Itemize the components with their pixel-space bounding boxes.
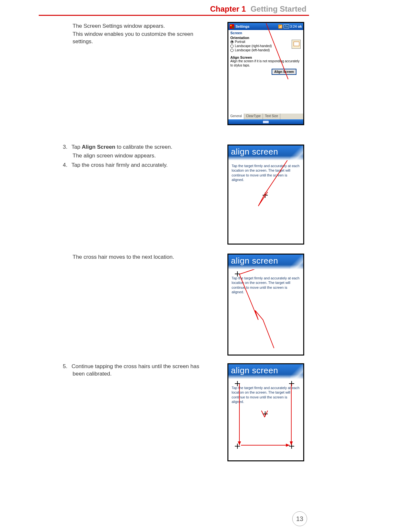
- radio-icon: [230, 45, 234, 48]
- align-instructions: Tap the target firmly and accurately at …: [232, 164, 300, 182]
- align-header: align screen: [228, 255, 303, 269]
- step-3-bold: Align Screen: [82, 144, 115, 150]
- align-section: Align Screen Align the screen if it is n…: [228, 55, 303, 75]
- orientation-section: Orientation Portrait Landscape (right-ha…: [228, 35, 303, 53]
- radio-landscape-left[interactable]: Landscape (left-handed): [230, 48, 301, 52]
- header-rule: [39, 15, 309, 16]
- bottom-bar: [228, 119, 303, 124]
- align-screenshot-1: align screen Tap the target firmly and a…: [227, 145, 304, 245]
- align-screenshot-2: align screen Tap the target firmly and a…: [227, 254, 304, 356]
- chapter-title: Getting Started: [251, 5, 306, 13]
- radio-icon: [230, 49, 234, 52]
- crosshair-icon[interactable]: [263, 411, 268, 417]
- mid-line: The cross hair moves to the next locatio…: [73, 254, 211, 261]
- settings-titlebar: Settings 📶 Fn 3:24 ok: [228, 23, 303, 30]
- signal-icon: 📶: [278, 25, 283, 29]
- chapter-number: Chapter 1: [210, 5, 246, 13]
- crosshair-icon[interactable]: [289, 381, 294, 386]
- fn-indicator: Fn: [284, 25, 289, 28]
- step-3-number: 3.: [61, 144, 70, 151]
- page-number: 13: [292, 511, 307, 526]
- steps-3-4: 3. Tap Align Screen to calibrate the scr…: [73, 144, 211, 170]
- align-instructions: Tap the target firmly and accurately at …: [232, 276, 300, 294]
- intro-line1: The Screen Settings window appears.: [73, 23, 211, 30]
- tab-textsize[interactable]: Text Size: [263, 114, 280, 119]
- radio-portrait-label: Portrait: [235, 40, 245, 44]
- mid-text: The cross hair moves to the next locatio…: [73, 254, 211, 262]
- orientation-label: Orientation: [230, 36, 301, 40]
- tab-cleartype[interactable]: ClearType: [244, 114, 263, 119]
- crosshair-icon[interactable]: [235, 381, 240, 386]
- align-header: align screen: [228, 146, 303, 160]
- screen-subhead: Screen: [228, 30, 303, 35]
- align-header: align screen: [228, 364, 303, 379]
- step-4: 4. Tap the cross hair firmly and accurat…: [73, 162, 211, 169]
- crosshair-icon[interactable]: [235, 271, 240, 276]
- radio-landscape-right[interactable]: Landscape (right-handed): [230, 44, 301, 48]
- settings-title: Settings: [235, 25, 249, 28]
- align-label: Align Screen: [230, 55, 301, 59]
- step-3-sub: The align screen window appears.: [73, 152, 211, 160]
- crosshair-icon[interactable]: [263, 193, 268, 198]
- settings-screenshot: Settings 📶 Fn 3:24 ok Screen Orientation…: [227, 22, 304, 125]
- step-5: 5. Continue tapping the cross hairs unti…: [73, 363, 211, 378]
- step-5-text: Continue tapping the cross hairs until t…: [72, 363, 199, 377]
- step-3: 3. Tap Align Screen to calibrate the scr…: [73, 144, 211, 151]
- settings-tabs: General ClearType Text Size: [228, 114, 303, 119]
- intro-line2: This window enables you to customize the…: [73, 31, 211, 45]
- step-3-text-a: Tap: [71, 144, 82, 150]
- step-3-text-b: to calibrate the screen.: [115, 144, 172, 150]
- step-4-text: Tap the cross hair firmly and accurately…: [71, 162, 167, 168]
- align-body: Tap the target firmly and accurately at …: [228, 379, 303, 460]
- chapter-header: Chapter 1 Getting Started: [210, 5, 306, 14]
- crosshair-icon[interactable]: [289, 444, 294, 449]
- tab-general[interactable]: General: [228, 114, 244, 119]
- radio-landscape-left-label: Landscape (left-handed): [235, 48, 270, 52]
- align-screenshot-3: align screen Tap the target firmly and a…: [227, 363, 304, 461]
- orientation-preview-icon: [292, 40, 301, 49]
- align-body: Tap the target firmly and accurately at …: [228, 269, 303, 355]
- radio-icon: [230, 40, 234, 44]
- start-flag-icon: [230, 24, 234, 29]
- radio-portrait[interactable]: Portrait: [230, 40, 301, 44]
- step-5-block: 5. Continue tapping the cross hairs unti…: [73, 363, 211, 378]
- crosshair-icon[interactable]: [235, 444, 240, 449]
- clock: 3:24: [290, 25, 297, 28]
- step-4-number: 4.: [61, 162, 70, 169]
- align-screen-button[interactable]: Align Screen: [272, 69, 296, 75]
- radio-landscape-right-label: Landscape (right-handed): [235, 44, 272, 48]
- step-5-number: 5.: [61, 363, 70, 370]
- intro-text: The Screen Settings window appears. This…: [73, 23, 211, 46]
- ok-button[interactable]: ok: [298, 25, 302, 28]
- keyboard-icon[interactable]: [263, 120, 269, 124]
- align-body: Tap the target firmly and accurately at …: [228, 160, 303, 244]
- align-instructions: Tap the target firmly and accurately at …: [232, 386, 300, 404]
- align-desc: Align the screen if it is not responding…: [230, 59, 301, 67]
